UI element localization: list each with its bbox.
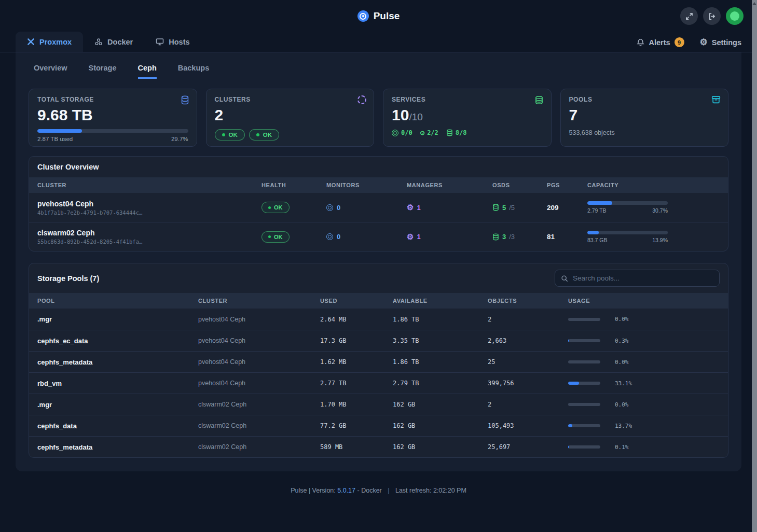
- pool-available: 3.35 TB: [393, 337, 488, 344]
- nav-tab-docker[interactable]: Docker: [83, 32, 144, 52]
- pool-objects: 2: [488, 316, 568, 323]
- subtab-overview[interactable]: Overview: [34, 64, 67, 79]
- settings-button[interactable]: ⚙ Settings: [700, 38, 741, 47]
- monitors-cell: 0: [326, 204, 407, 212]
- pool-used: 1.70 MB: [320, 401, 393, 408]
- subtab-storage[interactable]: Storage: [89, 64, 117, 79]
- cluster-status-badge: OK: [215, 129, 245, 141]
- usage-bar: [568, 360, 600, 363]
- monitor-icon: [156, 38, 164, 46]
- pool-row[interactable]: cephfs_metadata pvehost04 Ceph 1.62 MB 1…: [29, 351, 728, 372]
- pool-available: 162 GB: [393, 422, 488, 429]
- clusters-card: CLUSTERS 2 OK OK: [206, 89, 375, 147]
- pool-name: cephfs_metadata: [37, 443, 198, 451]
- pool-cluster: clswarm02 Ceph: [198, 401, 320, 408]
- cluster-name: clswarm02 Ceph: [37, 229, 261, 237]
- database-icon: [181, 95, 189, 107]
- docker-icon: [94, 38, 103, 46]
- usage-percent: 0.0%: [615, 401, 629, 408]
- expand-icon: [685, 12, 693, 20]
- nav-tab-proxmox[interactable]: Proxmox: [16, 32, 83, 52]
- pool-row[interactable]: rbd_vm pvehost04 Ceph 2.77 TB 2.79 TB 39…: [29, 372, 728, 394]
- gear-icon: ⚙: [700, 38, 708, 47]
- bell-icon: [637, 38, 644, 47]
- cluster-row[interactable]: pvehost04 Ceph 4b1f7a1b-7e2b-4791-b707-6…: [29, 193, 728, 222]
- pool-objects: 2: [488, 401, 568, 408]
- pool-usage-cell: 0.0%: [568, 401, 720, 408]
- pool-name: cephfs_data: [37, 422, 198, 430]
- pool-cluster: pvehost04 Ceph: [198, 337, 320, 344]
- osds-cell: 3/3: [492, 233, 547, 241]
- footer: Pulse | Version: 5.0.17 - Docker | Last …: [0, 487, 757, 494]
- expand-button[interactable]: [680, 7, 698, 25]
- cluster-table-header: CLUSTER HEALTH MONITORS MANAGERS OSDS PG…: [29, 177, 728, 193]
- pool-row[interactable]: cephfs_data clswarm02 Ceph 77.2 GB 162 G…: [29, 415, 728, 436]
- pool-used: 17.3 GB: [320, 337, 393, 344]
- osds-count: 8/8: [446, 129, 467, 136]
- usage-percent: 0.3%: [615, 338, 629, 344]
- pool-row[interactable]: .mgr clswarm02 Ceph 1.70 MB 162 GB 2 0.0…: [29, 394, 728, 415]
- pgs-cell: 81: [547, 233, 587, 241]
- capacity-used: 2.79 TB: [587, 207, 607, 214]
- search-input[interactable]: [573, 274, 713, 282]
- alerts-button[interactable]: Alerts 9: [637, 37, 684, 47]
- usage-percent: 0.1%: [615, 444, 629, 451]
- pgs-cell: 209: [547, 204, 587, 212]
- pool-used: 1.62 MB: [320, 358, 393, 366]
- capacity-bar: [587, 201, 668, 205]
- pool-usage-cell: 0.0%: [568, 359, 720, 366]
- gear-icon: ⚙: [420, 129, 424, 136]
- version-link[interactable]: 5.0.17: [337, 487, 355, 494]
- archive-box-icon: [711, 95, 721, 106]
- pool-name: cephfs_ec_data: [37, 337, 198, 345]
- managers-cell: ⚙1: [407, 203, 492, 212]
- pool-cluster: clswarm02 Ceph: [198, 443, 320, 451]
- vertical-scrollbar[interactable]: [752, 0, 757, 532]
- cluster-uuid: 4b1f7a1b-7e2b-4791-b707-634444c…: [37, 209, 261, 216]
- monitors-count: 0/0: [392, 129, 412, 136]
- pool-available: 1.86 TB: [393, 358, 488, 366]
- cluster-row[interactable]: clswarm02 Ceph 55bc863d-892b-452d-8205-4…: [29, 222, 728, 251]
- total-storage-card: TOTAL STORAGE 9.68 TB 2.87 TB used 29.7%: [29, 89, 197, 147]
- main-nav: Proxmox Docker Hosts Alerts 9 ⚙ Settings: [0, 32, 757, 52]
- managers-cell: ⚙1: [407, 232, 492, 242]
- pool-row[interactable]: cephfs_metadata clswarm02 Ceph 589 MB 16…: [29, 436, 728, 457]
- logout-button[interactable]: [703, 7, 721, 25]
- scroll-up-arrow[interactable]: [752, 2, 756, 5]
- pool-objects: 399,756: [488, 380, 568, 387]
- section-title: Storage Pools (7): [37, 274, 99, 283]
- main-panel: Overview Storage Ceph Backups TOTAL STOR…: [16, 52, 741, 471]
- card-title: CLUSTERS: [215, 96, 366, 103]
- pool-objects: 105,493: [488, 422, 568, 429]
- pool-row[interactable]: cephfs_ec_data pvehost04 Ceph 17.3 GB 3.…: [29, 330, 728, 351]
- pools-value: 7: [569, 107, 720, 123]
- health-badge: OK: [261, 202, 290, 213]
- gear-icon: ⚙: [407, 232, 414, 242]
- proxmox-icon: [27, 38, 35, 46]
- capacity-percent: 13.9%: [652, 237, 668, 243]
- subtab-backups[interactable]: Backups: [178, 64, 209, 79]
- storage-pools-section: Storage Pools (7) POOL CLUSTER USED AVAI…: [29, 263, 728, 458]
- top-header: Pulse: [0, 0, 757, 32]
- monitors-cell: 0: [326, 233, 407, 241]
- clusters-value: 2: [215, 107, 366, 123]
- pool-row[interactable]: .mgr pvehost04 Ceph 2.64 MB 1.86 TB 2 0.…: [29, 309, 728, 330]
- pools-objects-label: 533,638 objects: [569, 129, 720, 136]
- subtabs: Overview Storage Ceph Backups: [29, 64, 728, 79]
- database-icon: [492, 233, 499, 241]
- pools-search[interactable]: [555, 270, 720, 287]
- subtab-ceph[interactable]: Ceph: [138, 64, 157, 79]
- cluster-dashed-circle-icon: [357, 95, 366, 104]
- pools-table-header: POOL CLUSTER USED AVAILABLE OBJECTS USAG…: [29, 293, 728, 309]
- stat-cards: TOTAL STORAGE 9.68 TB 2.87 TB used 29.7%…: [29, 89, 728, 147]
- nav-tab-hosts[interactable]: Hosts: [144, 32, 201, 52]
- card-title: SERVICES: [392, 96, 543, 103]
- monitor-eye-icon: [326, 204, 333, 211]
- pools-card: POOLS 7 533,638 objects: [560, 89, 729, 147]
- usage-percent: 33.1%: [615, 380, 632, 387]
- capacity-bar: [587, 231, 668, 234]
- pulse-logo-icon: [357, 10, 369, 22]
- pool-objects: 2,663: [488, 337, 568, 344]
- section-title: Cluster Overview: [37, 163, 99, 171]
- pool-name: cephfs_metadata: [37, 358, 198, 366]
